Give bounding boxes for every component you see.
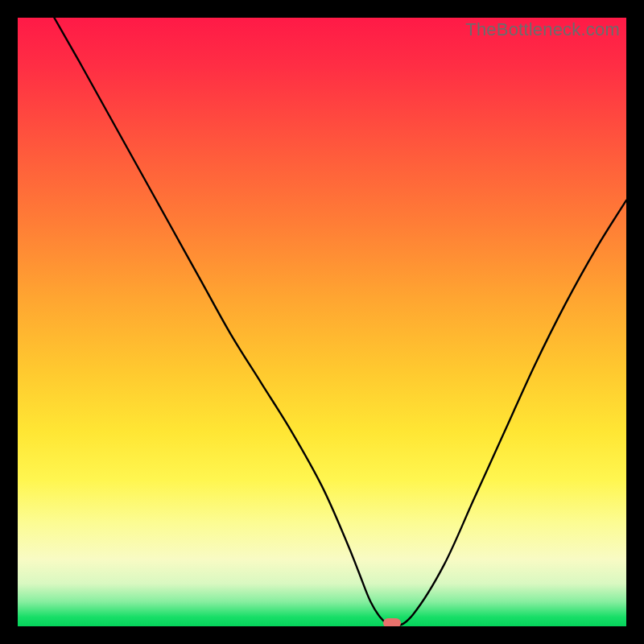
optimal-point-marker — [383, 618, 401, 626]
plot-area: TheBottleneck.com — [18, 18, 626, 626]
chart-frame: TheBottleneck.com — [0, 0, 644, 644]
bottleneck-curve — [18, 18, 626, 626]
watermark-text: TheBottleneck.com — [465, 19, 620, 40]
